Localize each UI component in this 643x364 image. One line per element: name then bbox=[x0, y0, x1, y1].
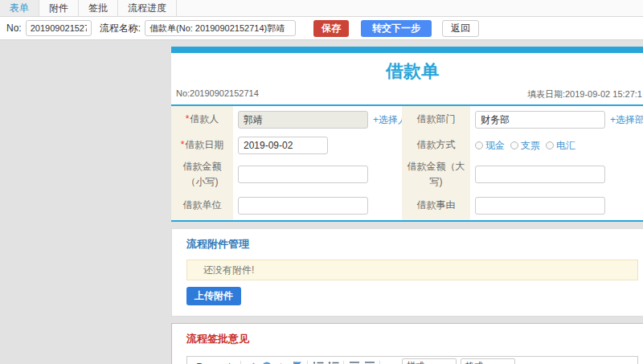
bold-icon[interactable]: B bbox=[193, 359, 207, 364]
card-top-bar bbox=[171, 47, 643, 53]
unit-field bbox=[233, 191, 402, 220]
tab-approval[interactable]: 签批 bbox=[79, 0, 118, 16]
blockquote-icon[interactable]: ” bbox=[383, 359, 397, 364]
anchor-flag-icon[interactable] bbox=[290, 359, 304, 364]
radio-icon bbox=[475, 141, 483, 149]
link-icon[interactable] bbox=[260, 359, 273, 364]
tab-progress[interactable]: 流程进度 bbox=[118, 0, 177, 16]
amount-small-input[interactable] bbox=[238, 166, 368, 183]
amount-big-input[interactable] bbox=[475, 166, 605, 183]
form-date-text: 填表日期:2019-09-02 15:27:1 bbox=[527, 88, 642, 100]
italic-icon[interactable]: I bbox=[208, 359, 222, 364]
style-dropdown-label: 样式 bbox=[407, 360, 424, 364]
reason-field bbox=[470, 191, 643, 220]
amount-small-field bbox=[233, 157, 402, 191]
borrower-field: +选择人员 bbox=[233, 106, 402, 133]
select-dept-link[interactable]: +选择部门 bbox=[610, 113, 643, 127]
loan-date-input[interactable] bbox=[238, 137, 328, 154]
attachment-card: 流程附件管理 还没有附件! 上传附件 bbox=[171, 228, 643, 317]
save-button[interactable]: 保存 bbox=[313, 20, 349, 37]
workspace: 借款单 No:20190902152714 填表日期:2019-09-02 15… bbox=[0, 40, 643, 364]
outdent-icon[interactable] bbox=[347, 359, 361, 364]
unlink-icon[interactable] bbox=[275, 359, 289, 364]
format-dropdown[interactable]: 格式 ▾ bbox=[461, 358, 515, 364]
back-button[interactable]: 返回 bbox=[442, 20, 479, 37]
radio-cheque-label: 支票 bbox=[521, 139, 540, 153]
rich-text-editor: B I abc bbox=[186, 356, 638, 364]
amount-big-label: 借款金额（大写) bbox=[402, 157, 470, 191]
radio-cash-label: 现金 bbox=[485, 139, 505, 153]
borrower-input[interactable] bbox=[238, 111, 368, 129]
unit-label: 借款单位 bbox=[171, 191, 233, 220]
amount-small-label: 借款金额（小写) bbox=[171, 157, 233, 191]
ordered-list-icon[interactable] bbox=[311, 359, 325, 364]
process-name-input[interactable] bbox=[145, 20, 296, 36]
upload-attachment-button[interactable]: 上传附件 bbox=[186, 287, 241, 305]
required-mark: * bbox=[181, 139, 185, 150]
style-dropdown[interactable]: 样式 ▾ bbox=[402, 358, 457, 364]
toolbar: No: 流程名称: 保存 转交下一步 返回 bbox=[0, 17, 643, 40]
tab-attachment-label: 附件 bbox=[49, 2, 68, 15]
date-label: *借款日期 bbox=[171, 133, 233, 157]
attachment-heading: 流程附件管理 bbox=[186, 237, 638, 252]
date-field bbox=[233, 133, 402, 157]
strikethrough-icon[interactable]: abc bbox=[223, 359, 237, 364]
dept-label: 借款部门 bbox=[402, 106, 470, 133]
method-field: 现金 支票 电汇 bbox=[470, 133, 643, 157]
remove-format-icon[interactable] bbox=[244, 359, 258, 364]
dept-input[interactable] bbox=[475, 111, 605, 129]
divider-bottom bbox=[171, 220, 643, 222]
reason-input[interactable] bbox=[475, 197, 605, 215]
tab-attachment[interactable]: 附件 bbox=[39, 0, 79, 16]
form-no-text: No:20190902152714 bbox=[176, 88, 259, 100]
toolbar-separator bbox=[307, 361, 308, 364]
toolbar-separator bbox=[343, 361, 344, 364]
process-name-label: 流程名称: bbox=[100, 22, 141, 35]
required-mark: * bbox=[186, 113, 190, 125]
loan-form-card: 借款单 No:20190902152714 填表日期:2019-09-02 15… bbox=[171, 47, 643, 222]
radio-icon bbox=[510, 141, 518, 149]
approval-card: 流程签批意见 B I abc bbox=[171, 323, 643, 364]
unit-input[interactable] bbox=[238, 197, 368, 215]
toolbar-separator bbox=[240, 361, 241, 364]
tab-progress-label: 流程进度 bbox=[128, 2, 166, 15]
radio-cheque[interactable]: 支票 bbox=[510, 139, 540, 153]
amount-big-field bbox=[470, 157, 643, 191]
next-step-button[interactable]: 转交下一步 bbox=[361, 20, 432, 37]
indent-icon[interactable] bbox=[362, 359, 376, 364]
radio-wire[interactable]: 电汇 bbox=[546, 139, 575, 153]
tab-form[interactable]: 表单 bbox=[0, 0, 39, 16]
no-attachment-alert: 还没有附件! bbox=[186, 260, 638, 280]
page-title: 借款单 bbox=[171, 53, 643, 88]
tab-form-label: 表单 bbox=[10, 2, 29, 15]
method-label: 借款方式 bbox=[402, 133, 470, 157]
form-meta-row: No:20190902152714 填表日期:2019-09-02 15:27:… bbox=[171, 88, 643, 104]
reason-label: 借款事由 bbox=[402, 191, 470, 220]
toolbar-separator bbox=[379, 361, 380, 364]
tab-bar: 表单 附件 签批 流程进度 bbox=[0, 0, 643, 17]
loan-form-grid: *借款人 +选择人员 借款部门 +选择部门 *借款日期 借款方式 现金 支票 电… bbox=[171, 106, 643, 220]
radio-cash[interactable]: 现金 bbox=[475, 139, 505, 153]
radio-icon bbox=[546, 141, 554, 149]
no-label: No: bbox=[6, 22, 22, 34]
editor-toolbar: B I abc bbox=[187, 357, 637, 364]
dept-field: +选择部门 bbox=[470, 106, 643, 133]
bullet-list-icon[interactable] bbox=[326, 359, 340, 364]
borrower-label: *借款人 bbox=[171, 106, 233, 133]
radio-wire-label: 电汇 bbox=[556, 139, 575, 153]
approval-heading: 流程签批意见 bbox=[186, 332, 638, 346]
no-input[interactable] bbox=[26, 20, 92, 36]
format-dropdown-label: 格式 bbox=[465, 360, 483, 364]
tab-approval-label: 签批 bbox=[88, 2, 108, 15]
